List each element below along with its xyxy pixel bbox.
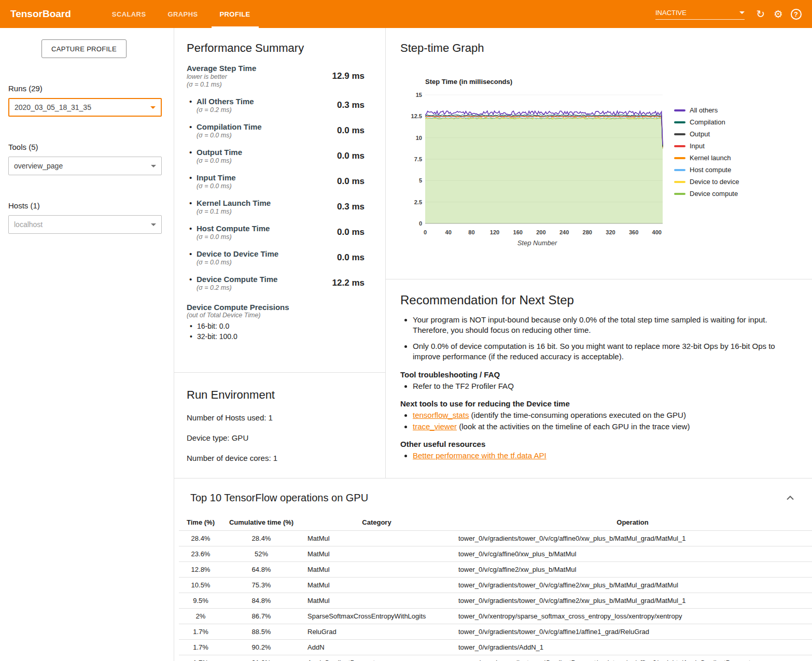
main-content: Performance Summary Average Step Time lo… [174, 28, 812, 661]
graph-column: Step-time Graph Step Time (in millisecon… [386, 28, 812, 478]
header-tabs: SCALARS GRAPHS PROFILE [101, 0, 261, 28]
perf-metric-sigma: (σ = 0.1 ms) [197, 208, 271, 215]
recommendation-link[interactable]: tensorflow_stats [413, 411, 469, 419]
chevron-down-icon [739, 11, 745, 14]
legend-label: Output [690, 130, 710, 138]
ops-category-cell: MatMul [300, 546, 453, 562]
ops-category-cell: SparseSoftmaxCrossEntropyWithLogits [300, 609, 453, 624]
legend-label: Compilation [690, 118, 725, 126]
tools-label: Tools (5) [8, 143, 174, 151]
perf-metric: All Others Time (σ = 0.2 ms) 0.3 ms [187, 97, 365, 114]
capture-profile-button[interactable]: CAPTURE PROFILE [41, 39, 127, 58]
perf-metric-info: Output Time (σ = 0.0 ms) [187, 148, 242, 164]
ops-table-row: 2% 86.7% SparseSoftmaxCrossEntropyWithLo… [179, 609, 812, 624]
ops-time-cell: 2% [179, 609, 222, 624]
perf-metric-sigma: (σ = 0.1 ms) [187, 81, 256, 88]
ops-cumulative-cell: 86.7% [222, 609, 300, 624]
step-time-graph-card: Step-time Graph Step Time (in millisecon… [386, 28, 812, 279]
header-tab-label: PROFILE [220, 10, 250, 18]
recommendation-item: Better performance with the tf.data API [413, 451, 791, 460]
svg-text:280: 280 [583, 229, 592, 235]
status-dropdown[interactable]: INACTIVE [655, 9, 745, 20]
recommendation-link[interactable]: trace_viewer [413, 422, 457, 431]
ops-operation-cell: tower_0/v/gradients/tower_0/v/cg/affine2… [453, 593, 812, 609]
perf-metric-label: Output Time [197, 148, 242, 157]
perf-metric-label: Device to Device Time [197, 249, 278, 258]
hosts-dropdown[interactable]: localhost [8, 215, 162, 234]
ops-time-cell: 28.4% [179, 531, 222, 546]
svg-text:240: 240 [559, 229, 569, 235]
status-dropdown-value: INACTIVE [655, 9, 687, 17]
ops-category-cell: MatMul [300, 578, 453, 593]
perf-metric-info: Compilation Time (σ = 0.0 ms) [187, 122, 262, 139]
ops-category-cell: MatMul [300, 531, 453, 546]
legend-item[interactable]: Device compute [674, 190, 739, 198]
svg-text:0: 0 [424, 229, 427, 235]
ops-col-time: Time (%) [179, 514, 222, 531]
svg-text:120: 120 [490, 229, 499, 235]
chart-title: Step Time (in milliseconds) [425, 78, 797, 86]
tools-dropdown[interactable]: overview_page [8, 157, 162, 175]
run-environment-lines: Number of Hosts used: 1Device type: GPUN… [187, 413, 373, 462]
ops-operation-cell: tower_0/v/cg/affine0/xw_plus_b/MatMul [453, 546, 812, 562]
ops-operation-cell: tower_0/v/gradients/tower_0/v/cg/affine0… [453, 531, 812, 546]
ops-time-cell: 12.8% [179, 562, 222, 578]
perf-metric-sigma: (σ = 0.0 ms) [197, 157, 242, 164]
perf-metric-label: Compilation Time [197, 122, 262, 131]
recommendation-list: tensorflow_stats (identify the time-cons… [413, 411, 791, 431]
legend-item[interactable]: Host compute [674, 166, 739, 174]
run-env-line: Device type: GPU [187, 433, 373, 442]
header-tab[interactable]: GRAPHS [159, 0, 206, 28]
ops-category-cell: ReluGrad [300, 624, 453, 640]
ops-table-row: 1.7% 88.5% ReluGrad tower_0/v/gradients/… [179, 624, 812, 640]
ops-table-row: 10.5% 75.3% MatMul tower_0/v/gradients/t… [179, 578, 812, 593]
performance-summary-title: Performance Summary [187, 41, 365, 55]
perf-metric-sigma: (σ = 0.0 ms) [197, 182, 236, 190]
legend-swatch-icon [674, 121, 685, 123]
ops-col-operation: Operation [453, 514, 812, 531]
sidebar: CAPTURE PROFILE Runs (29) 2020_03_05_18_… [0, 28, 174, 661]
recommendation-heading: Tool troubleshooting / FAQ [400, 370, 791, 379]
step-time-chart: 02.557.51012.515040801201602002402803203… [408, 89, 667, 239]
header-tab[interactable]: PROFILE [212, 0, 259, 28]
legend-item[interactable]: Device to device [674, 178, 739, 186]
ops-time-cell: 9.5% [179, 593, 222, 609]
legend-item[interactable]: Input [674, 142, 739, 150]
perf-metric-label: Input Time [197, 173, 236, 182]
recommendation-link[interactable]: Better performance with the tf.data API [413, 451, 547, 460]
ops-cumulative-cell: 28.4% [222, 531, 300, 546]
hosts-label: Hosts (1) [8, 201, 174, 210]
recommendation-card: Recommendation for Next Step Your progra… [386, 279, 812, 478]
svg-text:0: 0 [419, 220, 422, 227]
legend-swatch-icon [674, 109, 685, 111]
perf-metric-value: 0.0 ms [337, 151, 365, 161]
ops-category-cell: MatMul [300, 593, 453, 609]
chevron-down-icon [151, 165, 156, 167]
svg-text:200: 200 [536, 229, 545, 235]
header-tab[interactable]: SCALARS [104, 0, 155, 28]
perf-metric-info: Kernel Launch Time (σ = 0.1 ms) [187, 199, 271, 215]
recommendation-section: Tool troubleshooting / FAQ Refer to the … [400, 370, 791, 390]
collapse-section-icon[interactable] [784, 492, 796, 504]
ops-operation-cell: tower_0/v/gradients/tower_0/v/cg/affine1… [453, 624, 812, 640]
recommendation-section: Other useful resources Better performanc… [400, 440, 791, 460]
legend-item[interactable]: Output [674, 130, 739, 138]
refresh-icon[interactable]: ↻ [752, 5, 769, 23]
legend-item[interactable]: All others [674, 106, 739, 114]
perf-metric-value: 0.0 ms [337, 252, 365, 263]
legend-item[interactable]: Compilation [674, 118, 739, 126]
runs-dropdown-value: 2020_03_05_18_31_35 [15, 103, 91, 111]
runs-label: Runs (29) [8, 84, 174, 93]
legend-item[interactable]: Kernel launch [674, 154, 739, 162]
perf-metric-subtext: lower is better [187, 73, 256, 80]
perf-metric-value: 12.2 ms [332, 278, 365, 288]
help-icon[interactable]: ? [787, 5, 805, 23]
app-title: TensorBoard [10, 8, 71, 20]
hosts-dropdown-value: localhost [14, 220, 43, 229]
ops-table-row: 1.7% 90.2% AddN tower_0/v/gradients/AddN… [179, 640, 812, 655]
perf-metric-info: All Others Time (σ = 0.2 ms) [187, 97, 254, 114]
runs-dropdown[interactable]: 2020_03_05_18_31_35 [8, 98, 162, 117]
legend-label: Device to device [690, 178, 739, 186]
settings-gear-icon[interactable]: ⚙ [769, 5, 787, 23]
ops-time-cell: 1.7% [179, 655, 222, 661]
